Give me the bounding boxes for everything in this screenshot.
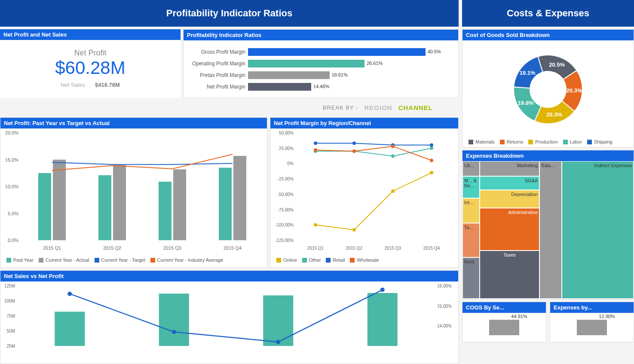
svg-text:10.0%: 10.0% (5, 184, 18, 189)
legend-net-profit: Past Year Current Year - Actual Current … (0, 255, 267, 265)
svg-text:-100.00%: -100.00% (275, 223, 294, 227)
svg-point-37 (314, 141, 317, 145)
svg-rect-9 (113, 165, 126, 240)
svg-text:0%: 0% (288, 161, 294, 166)
svg-text:0.0%: 0.0% (8, 238, 18, 243)
svg-text:25M: 25M (7, 344, 15, 349)
panel-title-expenses: Expenses Breakdown (462, 150, 634, 161)
svg-point-29 (314, 223, 317, 226)
svg-text:-75.00%: -75.00% (278, 208, 294, 212)
svg-text:5.0%: 5.0% (8, 211, 18, 216)
svg-rect-6 (53, 160, 66, 241)
svg-rect-14 (219, 168, 232, 240)
svg-rect-12 (173, 169, 186, 240)
svg-text:2015 Q3: 2015 Q3 (385, 246, 401, 251)
svg-text:25.00%: 25.00% (279, 146, 294, 151)
break-by-region[interactable]: REGION (364, 104, 392, 111)
chart-margin[interactable]: -125.00%-100.00%-75.00%-50.00%-25.00%0%2… (270, 128, 455, 253)
legend-margin: Online Other Retail Wholesale (270, 255, 458, 265)
panel-title-mini-exp: Expenses by... (550, 302, 634, 313)
svg-text:19.8%: 19.8% (518, 100, 534, 106)
chart-mini-exp[interactable]: 12.90% (550, 313, 634, 342)
svg-point-43 (391, 144, 395, 148)
chart-donut-cogs[interactable]: 20.5%20.3%20.3%19.8%19.1% (501, 46, 595, 132)
panel-title-margin: Net Profit Margin by Region/Channel (270, 118, 458, 128)
svg-point-42 (352, 150, 356, 153)
svg-text:20.3%: 20.3% (566, 87, 582, 94)
panel-title-ratios: Profitability Indicator Ratios (184, 30, 458, 40)
svg-point-36 (430, 147, 433, 150)
svg-rect-8 (98, 175, 111, 240)
tm-depr[interactable]: Depreciation (480, 190, 539, 208)
svg-text:2015 Q3: 2015 Q3 (163, 245, 181, 251)
kpi-sub-label: Net Sales (61, 82, 85, 88)
svg-rect-11 (159, 182, 172, 240)
kpi-value: $60.28M (0, 58, 181, 78)
svg-text:20.5%: 20.5% (549, 61, 565, 68)
panel-title-mini-cogs: COGS By Se... (462, 302, 546, 313)
svg-point-60 (380, 288, 385, 292)
svg-point-40 (430, 144, 433, 147)
panel-title-kpi: Net Profit and Net Sales (0, 29, 181, 40)
kpi-label: Net Profit (0, 49, 181, 58)
svg-text:-125.00%: -125.00% (275, 238, 294, 243)
break-by-channel[interactable]: CHANNEL (398, 104, 433, 111)
svg-text:75M: 75M (7, 314, 15, 318)
svg-text:50M: 50M (7, 329, 15, 333)
tm-admin[interactable]: Administrative (480, 208, 539, 251)
kpi-sub-value: $416.78M (95, 82, 120, 88)
tm-sga[interactable]: SG&A (480, 176, 539, 190)
chart-treemap-expenses[interactable]: Uti... M... & Re... Int... Ta... Rent Ma… (462, 161, 634, 299)
break-by-label: BREAK BY - (323, 104, 358, 111)
svg-rect-54 (159, 294, 189, 346)
svg-rect-53 (55, 312, 85, 346)
svg-text:20.3%: 20.3% (546, 111, 562, 118)
svg-rect-56 (368, 293, 398, 346)
svg-point-44 (430, 159, 433, 162)
tm-mr[interactable]: M... & Re... (462, 176, 480, 198)
tm-rent[interactable]: Rent (462, 257, 480, 299)
panel-title-cogs: Cost of Goods Sold Breakdown (462, 30, 634, 40)
mini-cogs-value: 44.91% (504, 314, 534, 319)
section-title-profitability: Profitability Indicator Ratios (0, 0, 459, 27)
mini-exp-value: 12.90% (592, 314, 622, 319)
svg-text:16.00%: 16.00% (437, 284, 452, 288)
svg-text:14.00%: 14.00% (437, 324, 452, 328)
tm-ta[interactable]: Ta... (462, 223, 480, 257)
section-title-costs: Costs & Expenses (462, 0, 634, 27)
tm-marketing[interactable]: Marketing (480, 161, 539, 176)
svg-text:20.0%: 20.0% (5, 130, 18, 135)
svg-text:2015 Q2: 2015 Q2 (103, 245, 121, 251)
svg-text:15.0%: 15.0% (5, 157, 18, 162)
svg-point-38 (352, 141, 356, 145)
svg-rect-15 (233, 156, 246, 240)
svg-point-30 (352, 228, 356, 232)
svg-point-32 (430, 171, 433, 174)
svg-text:2015 Q4: 2015 Q4 (224, 245, 242, 251)
svg-text:15.00%: 15.00% (437, 304, 452, 309)
svg-point-35 (391, 154, 395, 158)
tm-int[interactable]: Int... (462, 198, 480, 223)
svg-rect-5 (38, 173, 51, 240)
svg-text:19.1%: 19.1% (520, 70, 536, 76)
chart-net-profit[interactable]: 0.0%5.0%10.0%15.0%20.0%2015 Q12015 Q2201… (0, 128, 267, 253)
svg-text:2015 Q1: 2015 Q1 (43, 245, 61, 251)
tm-utilities[interactable]: Uti... (462, 161, 480, 176)
tm-indirect[interactable]: Indirect Expenses (562, 161, 634, 299)
panel-title-netprofit: Net Profit: Past Year vs Target vs Actua… (0, 118, 267, 128)
legend-cogs: Materials Returns Production Labor Shipp… (462, 137, 634, 147)
svg-text:2015 Q4: 2015 Q4 (423, 246, 440, 251)
svg-text:2015 Q1: 2015 Q1 (307, 246, 324, 251)
chart-sales[interactable]: 25M50M75M100M125M14.00%15.00%16.00% (0, 281, 456, 350)
svg-text:125M: 125M (4, 284, 15, 288)
break-by-toggle[interactable]: BREAK BY - REGION CHANNEL (0, 101, 459, 115)
svg-text:-25.00%: -25.00% (278, 177, 294, 181)
svg-point-41 (314, 148, 317, 152)
panel-title-sales: Net Sales vs Net Profit (0, 271, 458, 281)
kpi-sub: Net Sales $416.78M (0, 82, 181, 88)
tm-taxes[interactable]: Taxes (480, 251, 539, 299)
svg-point-31 (391, 190, 395, 193)
tm-salaries[interactable]: Sala... (539, 161, 562, 299)
svg-rect-55 (263, 295, 293, 346)
chart-mini-cogs[interactable]: 44.91% (462, 313, 546, 342)
